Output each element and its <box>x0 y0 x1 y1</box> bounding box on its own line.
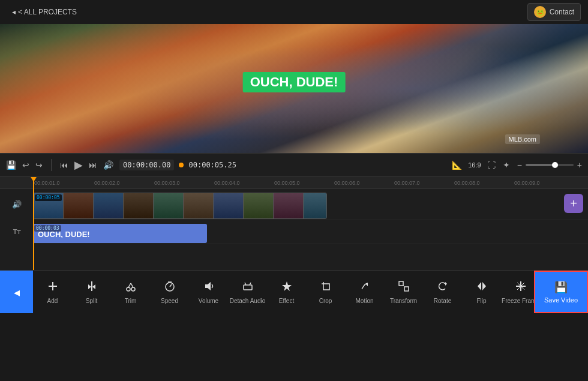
fullscreen-icon[interactable]: ⛶ <box>486 159 497 171</box>
split-icon <box>86 280 98 295</box>
freeze-frame-label: Freeze Frame <box>502 298 534 304</box>
text-clip-badge: 00:00:03 <box>34 225 61 232</box>
top-bar: ◂ < ALL PROJECTS 🐸 Contact <box>0 0 588 24</box>
ruler-mark: 00:00:03.0 <box>153 180 213 186</box>
ruler-mark: 00:00:05.0 <box>273 180 333 186</box>
tool-speed[interactable]: Speed <box>150 271 189 313</box>
svg-marker-12 <box>205 282 211 290</box>
tool-trim[interactable]: Trim <box>111 271 150 313</box>
save-video-button[interactable]: 💾 Save Video <box>534 271 588 313</box>
ruler-marks: 00:00:01.0 00:00:02.0 00:00:03.0 00:00:0… <box>33 180 588 186</box>
play-icon[interactable]: ▶ <box>73 157 84 173</box>
tool-freeze-frame[interactable]: Freeze Frame <box>501 271 534 313</box>
text-icon: Tᴛ <box>13 228 21 236</box>
tool-volume[interactable]: Volume <box>189 271 228 313</box>
settings-icon[interactable]: ✦ <box>502 159 511 171</box>
detach-audio-label: Detach Audio <box>230 298 266 304</box>
transform-icon <box>398 280 410 295</box>
tool-split[interactable]: Split <box>72 271 111 313</box>
tools-section: Add Split Trim Speed Volume Detach Audio… <box>33 271 534 313</box>
toolbar-separator-1 <box>51 159 52 171</box>
svg-marker-25 <box>478 282 481 290</box>
current-time-display: 00:00:00.00 <box>119 160 174 170</box>
ruler-mark: 00:00:09.0 <box>513 180 573 186</box>
tool-crop[interactable]: Crop <box>306 271 345 313</box>
contact-label: Contact <box>550 8 574 16</box>
ruler-mark: 00:00:02.0 <box>93 180 153 186</box>
svg-point-5 <box>127 287 130 291</box>
text-track-label: Tᴛ <box>3 228 31 236</box>
video-preview: OUCH, DUDE! MLB.com <box>0 24 588 153</box>
add-track-button[interactable]: + <box>564 194 583 213</box>
zoom-knob[interactable] <box>552 162 558 168</box>
svg-line-10 <box>170 284 172 287</box>
svg-marker-4 <box>92 284 95 289</box>
motion-label: Motion <box>355 298 373 304</box>
timeline-ruler: 00:00:01.0 00:00:02.0 00:00:03.0 00:00:0… <box>0 177 588 189</box>
tool-flip[interactable]: Flip <box>462 271 501 313</box>
split-label: Split <box>86 298 97 304</box>
zoom-out-icon[interactable]: − <box>516 159 523 171</box>
svg-rect-13 <box>244 285 252 290</box>
contact-button[interactable]: 🐸 Contact <box>527 3 581 21</box>
trim-label: Trim <box>125 298 137 304</box>
aspect-ratio-display: 16:9 <box>468 161 481 169</box>
svg-rect-2 <box>91 281 92 291</box>
skip-forward-icon[interactable]: ⏭ <box>88 159 98 171</box>
playhead-line <box>33 177 34 270</box>
resolution-icon: 📐 <box>451 159 463 171</box>
speed-label: Speed <box>161 298 178 304</box>
tool-add[interactable]: Add <box>33 271 72 313</box>
all-projects-button[interactable]: ◂ < ALL PROJECTS <box>7 5 82 19</box>
total-time-display: 00:00:05.25 <box>188 161 236 169</box>
playback-toolbar: 💾 ↩ ↪ ⏮ ▶ ⏭ 🔊 00:00:00.00 00:00:05.25 📐 … <box>0 153 588 177</box>
video-preview-area: OUCH, DUDE! MLB.com <box>0 24 588 153</box>
volume-icon <box>203 280 215 295</box>
ruler-mark: 00:00:08.0 <box>453 180 513 186</box>
timeline-container: 00:00:01.0 00:00:02.0 00:00:03.0 00:00:0… <box>0 177 588 270</box>
svg-marker-26 <box>482 282 486 290</box>
detach-audio-icon <box>242 280 254 295</box>
back-arrow-icon: ◂ <box>14 285 20 299</box>
skip-back-icon[interactable]: ⏮ <box>59 159 70 171</box>
svg-marker-24 <box>445 282 447 286</box>
tool-detach-audio[interactable]: Detach Audio <box>228 271 267 313</box>
svg-marker-3 <box>88 284 91 289</box>
flip-icon <box>476 280 488 295</box>
effect-icon <box>281 280 293 295</box>
contact-avatar: 🐸 <box>534 6 546 18</box>
speaker-icon: 🔊 <box>12 200 22 209</box>
playhead-indicator <box>179 163 184 167</box>
video-overlay-text: OUCH, DUDE! <box>243 72 346 92</box>
svg-rect-21 <box>399 281 403 286</box>
tool-rotate[interactable]: Rotate <box>423 271 462 313</box>
redo-icon[interactable]: ↪ <box>34 159 44 171</box>
zoom-slider[interactable] <box>526 164 574 166</box>
tool-motion[interactable]: Motion <box>345 271 384 313</box>
back-button[interactable]: ◂ <box>0 271 33 313</box>
tool-transform[interactable]: Transform <box>384 271 423 313</box>
timeline-tracks: 🔊 <box>0 189 588 244</box>
ruler-mark: 00:00:01.0 <box>33 180 93 186</box>
volume-icon[interactable]: 🔊 <box>102 159 115 171</box>
all-projects-label: < ALL PROJECTS <box>18 8 77 16</box>
watermark: MLB.com <box>505 134 540 144</box>
svg-line-8 <box>131 283 133 287</box>
video-clip[interactable]: 00:00:05 <box>33 193 327 219</box>
text-track-row: Tᴛ 00:00:03 OUCH, DUDE! <box>33 220 588 244</box>
trim-icon <box>125 280 137 295</box>
save-video-label: Save Video <box>544 296 578 304</box>
text-clip[interactable]: 00:00:03 OUCH, DUDE! <box>33 224 207 243</box>
clip-time-badge: 00:00:05 <box>35 194 62 201</box>
undo-icon[interactable]: ↩ <box>21 159 31 171</box>
speed-icon <box>164 280 176 295</box>
ruler-mark: 00:00:06.0 <box>333 180 393 186</box>
zoom-in-icon[interactable]: + <box>576 159 583 171</box>
tool-effect[interactable]: Effect <box>267 271 306 313</box>
svg-rect-17 <box>323 284 329 290</box>
svg-point-6 <box>131 287 135 291</box>
rotate-label: Rotate <box>434 298 451 304</box>
zoom-control: − + <box>516 159 583 171</box>
save-icon[interactable]: 💾 <box>5 159 17 171</box>
crop-label: Crop <box>319 298 332 304</box>
